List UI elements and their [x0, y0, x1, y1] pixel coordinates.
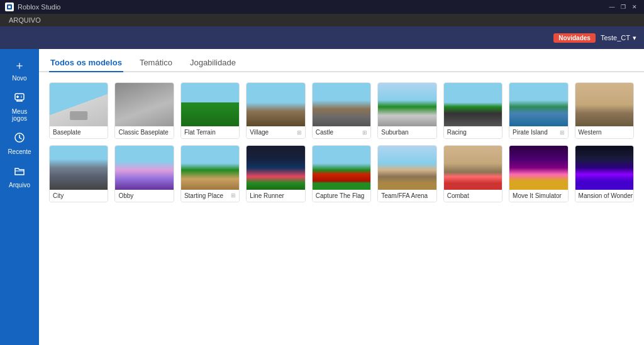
template-label-obby: Obby [115, 190, 173, 202]
template-label-classic-baseplate: Classic Baseplate [115, 126, 173, 138]
template-card-pirate-island[interactable]: Pirate Island⊞ [509, 82, 568, 139]
template-card-western[interactable]: Western [575, 82, 634, 139]
template-card-village[interactable]: Village⊞ [246, 82, 305, 139]
template-label-text-move-it-simulator: Move It Simulator [513, 192, 562, 199]
template-thumb-flat-terrain [181, 83, 239, 126]
sidebar-item-meus-jogos[interactable]: Meus jogos [3, 88, 36, 126]
template-card-city[interactable]: City [49, 145, 108, 202]
sidebar-label-recente: Recente [8, 148, 31, 155]
template-label-move-it-simulator: Move It Simulator [509, 190, 567, 202]
user-chevron-icon: ▾ [633, 34, 636, 42]
template-card-baseplate[interactable]: Baseplate [49, 82, 108, 139]
template-label-text-starting-place: Starting Place [184, 192, 223, 199]
template-thumb-starting-place [181, 146, 239, 189]
tab-jogabilidade[interactable]: Jogabilidade [189, 54, 237, 72]
app-title: Roblox Studio [18, 3, 61, 11]
sidebar-label-novo: Novo [12, 75, 26, 82]
template-label-text-flat-terrain: Flat Terrain [184, 129, 216, 136]
username-label: Teste_CT [601, 34, 630, 41]
template-label-capture-the-flag: Capture The Flag [313, 190, 370, 202]
template-thumb-capture-the-flag [313, 146, 370, 189]
svg-rect-1 [8, 6, 11, 8]
template-label-text-line-runner: Line Runner [250, 192, 284, 199]
template-thumb-racing [444, 83, 502, 126]
template-card-combat[interactable]: Combat [443, 145, 502, 202]
template-thumb-classic-baseplate [115, 83, 173, 126]
template-label-suburban: Suburban [378, 126, 436, 138]
template-thumb-village [247, 83, 304, 126]
template-thumb-combat [444, 146, 502, 189]
template-link-icon-starting-place: ⊞ [231, 192, 236, 199]
template-card-obby[interactable]: Obby [114, 145, 174, 202]
svg-point-5 [21, 96, 22, 97]
template-card-starting-place[interactable]: Starting Place⊞ [180, 145, 240, 202]
template-label-city: City [50, 190, 108, 202]
template-link-icon-village: ⊞ [297, 129, 302, 136]
main-layout: ＋ Novo Meus jogos [0, 49, 644, 345]
sidebar-label-arquivo: Arquivo [9, 182, 30, 189]
novidades-badge[interactable]: Novidades [553, 33, 596, 43]
tab-todos-modelos[interactable]: Todos os modelos [49, 54, 123, 72]
template-label-village: Village⊞ [247, 126, 304, 138]
template-card-flat-terrain[interactable]: Flat Terrain [180, 82, 240, 139]
tab-tematico[interactable]: Temático [138, 54, 174, 72]
template-thumb-line-runner [247, 146, 304, 189]
template-thumb-team-ffa-arena [378, 146, 436, 189]
template-card-line-runner[interactable]: Line Runner [246, 145, 305, 202]
folder-icon [14, 165, 25, 180]
template-label-castle: Castle⊞ [313, 126, 370, 138]
template-label-text-city: City [53, 192, 64, 199]
templates-grid: BaseplateClassic BaseplateFlat TerrainVi… [49, 82, 634, 202]
template-label-text-combat: Combat [447, 192, 469, 199]
sidebar-item-novo[interactable]: ＋ Novo [3, 54, 36, 85]
template-label-text-castle: Castle [316, 129, 333, 136]
template-label-text-village: Village [250, 129, 269, 136]
minimize-button[interactable]: — [608, 3, 616, 11]
tab-bar: Todos os modelos Temático Jogabilidade [39, 49, 644, 72]
template-card-racing[interactable]: Racing [443, 82, 502, 139]
toolbar: Novidades Teste_CT ▾ [0, 26, 644, 49]
template-label-pirate-island: Pirate Island⊞ [509, 126, 567, 138]
template-label-western: Western [575, 126, 633, 138]
template-label-text-western: Western [579, 129, 602, 136]
svg-point-6 [21, 97, 22, 98]
sidebar-item-recente[interactable]: Recente [3, 128, 36, 159]
user-menu[interactable]: Teste_CT ▾ [601, 34, 636, 42]
close-button[interactable]: ✕ [630, 3, 639, 11]
template-label-text-classic-baseplate: Classic Baseplate [118, 129, 168, 136]
template-card-mansion-of-wonder[interactable]: Mansion of Wonder [575, 145, 634, 202]
template-label-team-ffa-arena: Team/FFA Arena [378, 190, 436, 202]
menu-arquivo[interactable]: ARQUIVO [5, 16, 45, 24]
content-area: Todos os modelos Temático Jogabilidade B… [39, 49, 644, 345]
template-card-capture-the-flag[interactable]: Capture The Flag [312, 145, 371, 202]
template-label-text-mansion-of-wonder: Mansion of Wonder [579, 192, 633, 199]
plus-icon: ＋ [14, 58, 25, 73]
titlebar-left: Roblox Studio [5, 3, 61, 11]
template-thumb-mansion-of-wonder [575, 146, 633, 189]
maximize-button[interactable]: ❐ [619, 3, 628, 11]
template-label-starting-place: Starting Place⊞ [181, 190, 239, 202]
template-thumb-move-it-simulator [509, 146, 567, 189]
template-thumb-baseplate [50, 83, 108, 126]
titlebar: Roblox Studio — ❐ ✕ [0, 0, 644, 14]
app-logo [5, 3, 14, 11]
template-card-classic-baseplate[interactable]: Classic Baseplate [114, 82, 174, 139]
template-card-castle[interactable]: Castle⊞ [312, 82, 371, 139]
menubar: ARQUIVO [0, 14, 644, 26]
sidebar-item-arquivo[interactable]: Arquivo [3, 162, 36, 192]
svg-rect-4 [16, 96, 19, 97]
template-label-text-capture-the-flag: Capture The Flag [316, 192, 365, 199]
template-card-move-it-simulator[interactable]: Move It Simulator [509, 145, 568, 202]
sidebar-label-meus-jogos: Meus jogos [5, 108, 34, 122]
template-label-text-baseplate: Baseplate [53, 129, 80, 136]
clock-icon [14, 132, 25, 146]
template-card-suburban[interactable]: Suburban [377, 82, 436, 139]
template-label-text-obby: Obby [118, 192, 133, 199]
template-thumb-suburban [378, 83, 436, 126]
template-label-text-racing: Racing [447, 129, 467, 136]
sidebar: ＋ Novo Meus jogos [0, 49, 39, 345]
template-label-text-pirate-island: Pirate Island [513, 129, 548, 136]
template-label-flat-terrain: Flat Terrain [181, 126, 239, 138]
template-thumb-obby [115, 146, 173, 189]
template-card-team-ffa-arena[interactable]: Team/FFA Arena [377, 145, 436, 202]
